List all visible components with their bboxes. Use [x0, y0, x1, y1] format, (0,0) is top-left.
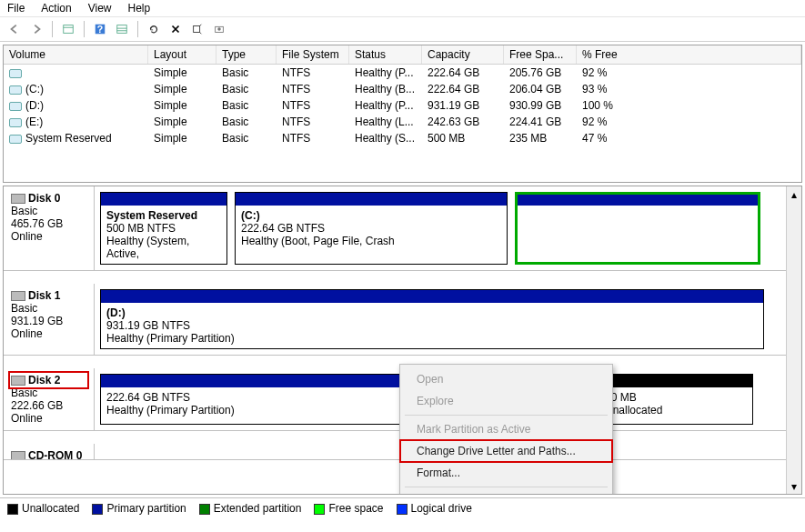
- drive-icon: [9, 85, 22, 95]
- refresh-button[interactable]: [145, 20, 163, 38]
- col-status[interactable]: Status: [349, 45, 422, 64]
- partition[interactable]: 20 MBUnallocated: [599, 374, 753, 425]
- partition[interactable]: (C:)222.64 GB NTFSHealthy (Boot, Page Fi…: [235, 192, 508, 265]
- svg-rect-7: [194, 26, 200, 33]
- disk-row: Disk 0Basic465.76 GBOnlineSystem Reserve…: [4, 186, 801, 271]
- drive-icon: [9, 118, 22, 127]
- legend-unalloc: Unallocated: [22, 502, 79, 515]
- ctx-format[interactable]: Format...: [400, 462, 612, 484]
- partition[interactable]: System Reserved500 MB NTFSHealthy (Syste…: [100, 192, 227, 265]
- disk-icon: [11, 291, 25, 301]
- delete-button[interactable]: [166, 20, 185, 38]
- col-layout[interactable]: Layout: [148, 45, 216, 64]
- legend-logical-swatch: [397, 504, 408, 515]
- drive-icon: [9, 135, 22, 144]
- legend-free: Free space: [328, 502, 383, 515]
- scroll-down-icon[interactable]: ▾: [787, 478, 801, 494]
- disk-icon: [11, 451, 25, 460]
- menu-file[interactable]: File: [7, 2, 25, 15]
- disk-row: Disk 1Basic931.19 GBOnline(D:)931.19 GB …: [4, 284, 801, 356]
- help-button[interactable]: ?: [91, 20, 109, 38]
- partition[interactable]: [515, 192, 760, 265]
- toolbar: ?: [0, 17, 805, 42]
- legend-ext-swatch: [199, 504, 210, 515]
- drive-icon: [9, 69, 22, 78]
- disk-icon: [11, 194, 25, 204]
- svg-rect-0: [64, 25, 74, 34]
- menu-action[interactable]: Action: [41, 2, 71, 15]
- svg-point-9: [217, 27, 221, 31]
- col-volume[interactable]: Volume: [4, 45, 148, 64]
- menu-view[interactable]: View: [88, 2, 112, 15]
- legend: Unallocated Primary partition Extended p…: [0, 497, 805, 518]
- col-type[interactable]: Type: [216, 45, 277, 64]
- col-pctfree[interactable]: % Free: [577, 45, 801, 64]
- table-row[interactable]: (C:)SimpleBasicNTFSHealthy (B...222.64 G…: [4, 81, 801, 97]
- ctx-change-drive-letter[interactable]: Change Drive Letter and Paths...: [400, 440, 612, 462]
- menu-help[interactable]: Help: [128, 2, 151, 15]
- menu-bar: File Action View Help: [0, 0, 805, 17]
- scrollbar[interactable]: ▴ ▾: [786, 186, 801, 494]
- action-button[interactable]: [210, 20, 228, 38]
- table-row[interactable]: (E:)SimpleBasicNTFSHealthy (L...242.63 G…: [4, 114, 801, 130]
- svg-rect-4: [117, 25, 127, 34]
- forward-button[interactable]: [27, 20, 45, 38]
- ctx-mark-active: Mark Partition as Active: [400, 418, 612, 440]
- table-row[interactable]: SimpleBasicNTFSHealthy (P...222.64 GB205…: [4, 65, 801, 81]
- table-row[interactable]: (D:)SimpleBasicNTFSHealthy (P...931.19 G…: [4, 97, 801, 114]
- legend-logical: Logical drive: [411, 502, 472, 515]
- volume-list: Volume Layout Type File System Status Ca…: [3, 45, 802, 183]
- col-free[interactable]: Free Spa...: [504, 45, 577, 64]
- drive-icon: [9, 102, 22, 111]
- panel-button[interactable]: [59, 20, 77, 38]
- col-fs[interactable]: File System: [277, 45, 349, 64]
- back-button[interactable]: [5, 20, 24, 38]
- disk-icon: [11, 376, 25, 386]
- col-capacity[interactable]: Capacity: [422, 45, 504, 64]
- ctx-open: Open: [400, 368, 612, 390]
- legend-free-swatch: [314, 504, 325, 515]
- legend-primary: Primary partition: [106, 502, 186, 515]
- legend-primary-swatch: [92, 504, 103, 515]
- legend-unalloc-swatch: [7, 504, 18, 515]
- volume-list-header: Volume Layout Type File System Status Ca…: [4, 45, 801, 65]
- table-row[interactable]: System ReservedSimpleBasicNTFSHealthy (S…: [4, 130, 801, 146]
- settings-button[interactable]: [188, 20, 206, 38]
- partition[interactable]: (D:)931.19 GB NTFSHealthy (Primary Parti…: [100, 289, 764, 349]
- list-button[interactable]: [113, 20, 131, 38]
- ctx-extend-volume[interactable]: Extend Volume...: [400, 490, 612, 495]
- disk-graphical-view: Disk 0Basic465.76 GBOnlineSystem Reserve…: [3, 186, 802, 495]
- ctx-explore: Explore: [400, 390, 612, 412]
- svg-text:?: ?: [97, 24, 103, 35]
- scroll-up-icon[interactable]: ▴: [787, 186, 801, 202]
- legend-ext: Extended partition: [214, 502, 302, 515]
- context-menu: Open Explore Mark Partition as Active Ch…: [399, 364, 613, 495]
